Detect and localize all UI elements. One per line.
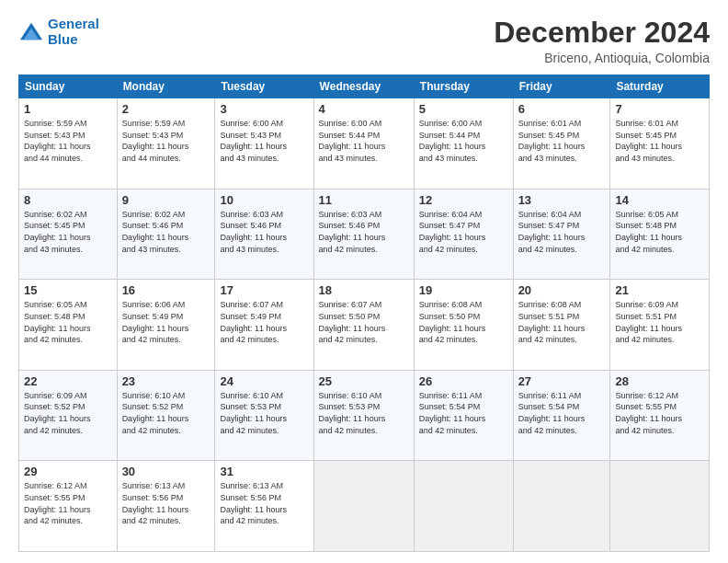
day-info: Sunrise: 6:00 AM Sunset: 5:43 PM Dayligh…: [220, 118, 308, 164]
day-number: 19: [419, 283, 508, 297]
day-number: 31: [220, 465, 308, 478]
calendar-week: 29Sunrise: 6:12 AM Sunset: 5:55 PM Dayli…: [19, 461, 710, 552]
day-number: 23: [122, 374, 210, 388]
logo: General Blue: [18, 17, 99, 47]
day-info: Sunrise: 6:01 AM Sunset: 5:45 PM Dayligh…: [615, 118, 704, 164]
day-info: Sunrise: 5:59 AM Sunset: 5:43 PM Dayligh…: [122, 118, 210, 164]
day-info: Sunrise: 6:03 AM Sunset: 5:46 PM Dayligh…: [220, 209, 308, 255]
day-number: 2: [122, 102, 210, 116]
table-row: 18Sunrise: 6:07 AM Sunset: 5:50 PM Dayli…: [313, 280, 414, 371]
calendar-week: 15Sunrise: 6:05 AM Sunset: 5:48 PM Dayli…: [19, 280, 710, 371]
table-row: 5Sunrise: 6:00 AM Sunset: 5:44 PM Daylig…: [414, 98, 513, 190]
calendar-week: 22Sunrise: 6:09 AM Sunset: 5:52 PM Dayli…: [19, 370, 710, 461]
day-number: 5: [419, 102, 508, 116]
table-row: 25Sunrise: 6:10 AM Sunset: 5:53 PM Dayli…: [313, 370, 414, 461]
day-info: Sunrise: 6:04 AM Sunset: 5:47 PM Dayligh…: [518, 209, 606, 255]
table-row: 13Sunrise: 6:04 AM Sunset: 5:47 PM Dayli…: [513, 189, 610, 280]
table-row: 22Sunrise: 6:09 AM Sunset: 5:52 PM Dayli…: [19, 370, 118, 461]
table-row: 21Sunrise: 6:09 AM Sunset: 5:51 PM Dayli…: [610, 280, 710, 371]
day-info: Sunrise: 6:02 AM Sunset: 5:46 PM Dayligh…: [122, 209, 210, 255]
day-number: 28: [615, 374, 704, 388]
table-row: [610, 461, 710, 552]
day-info: Sunrise: 6:11 AM Sunset: 5:54 PM Dayligh…: [419, 390, 508, 436]
day-info: Sunrise: 6:10 AM Sunset: 5:53 PM Dayligh…: [220, 390, 308, 436]
table-row: 14Sunrise: 6:05 AM Sunset: 5:48 PM Dayli…: [610, 189, 710, 280]
calendar-week: 1Sunrise: 5:59 AM Sunset: 5:43 PM Daylig…: [19, 98, 710, 190]
table-row: 12Sunrise: 6:04 AM Sunset: 5:47 PM Dayli…: [414, 189, 513, 280]
day-number: 16: [122, 283, 210, 297]
day-info: Sunrise: 6:04 AM Sunset: 5:47 PM Dayligh…: [419, 209, 508, 255]
table-row: 8Sunrise: 6:02 AM Sunset: 5:45 PM Daylig…: [19, 189, 118, 280]
day-info: Sunrise: 6:05 AM Sunset: 5:48 PM Dayligh…: [615, 209, 704, 255]
day-info: Sunrise: 6:06 AM Sunset: 5:49 PM Dayligh…: [122, 299, 210, 345]
day-number: 8: [24, 193, 112, 207]
day-info: Sunrise: 6:07 AM Sunset: 5:49 PM Dayligh…: [220, 299, 308, 345]
table-row: 4Sunrise: 6:00 AM Sunset: 5:44 PM Daylig…: [313, 98, 414, 190]
day-number: 13: [518, 193, 606, 207]
col-sunday: Sunday: [19, 75, 118, 98]
table-row: 26Sunrise: 6:11 AM Sunset: 5:54 PM Dayli…: [414, 370, 513, 461]
day-number: 30: [122, 465, 210, 478]
subtitle: Briceno, Antioquia, Colombia: [494, 51, 710, 65]
table-row: 3Sunrise: 6:00 AM Sunset: 5:43 PM Daylig…: [215, 98, 313, 190]
logo-icon: [18, 21, 44, 43]
day-number: 20: [518, 283, 606, 297]
day-info: Sunrise: 6:05 AM Sunset: 5:48 PM Dayligh…: [24, 299, 112, 345]
col-monday: Monday: [117, 75, 215, 98]
table-row: 11Sunrise: 6:03 AM Sunset: 5:46 PM Dayli…: [313, 189, 414, 280]
day-number: 11: [319, 193, 409, 207]
day-info: Sunrise: 5:59 AM Sunset: 5:43 PM Dayligh…: [24, 118, 112, 164]
day-info: Sunrise: 6:10 AM Sunset: 5:53 PM Dayligh…: [319, 390, 409, 436]
calendar-table: Sunday Monday Tuesday Wednesday Thursday…: [18, 75, 710, 552]
day-info: Sunrise: 6:01 AM Sunset: 5:45 PM Dayligh…: [518, 118, 606, 164]
day-number: 3: [220, 102, 308, 116]
col-tuesday: Tuesday: [215, 75, 313, 98]
col-thursday: Thursday: [414, 75, 513, 98]
table-row: 9Sunrise: 6:02 AM Sunset: 5:46 PM Daylig…: [117, 189, 215, 280]
day-number: 25: [319, 374, 409, 388]
day-number: 7: [615, 102, 704, 116]
day-number: 9: [122, 193, 210, 207]
day-number: 22: [24, 374, 112, 388]
table-row: 29Sunrise: 6:12 AM Sunset: 5:55 PM Dayli…: [19, 461, 118, 552]
day-number: 12: [419, 193, 508, 207]
day-info: Sunrise: 6:12 AM Sunset: 5:55 PM Dayligh…: [615, 390, 704, 436]
table-row: [414, 461, 513, 552]
col-wednesday: Wednesday: [313, 75, 414, 98]
day-info: Sunrise: 6:00 AM Sunset: 5:44 PM Dayligh…: [419, 118, 508, 164]
day-number: 15: [24, 283, 112, 297]
table-row: 1Sunrise: 5:59 AM Sunset: 5:43 PM Daylig…: [19, 98, 118, 190]
day-info: Sunrise: 6:00 AM Sunset: 5:44 PM Dayligh…: [319, 118, 409, 164]
day-info: Sunrise: 6:12 AM Sunset: 5:55 PM Dayligh…: [24, 480, 112, 526]
day-number: 17: [220, 283, 308, 297]
day-number: 27: [518, 374, 606, 388]
day-number: 26: [419, 374, 508, 388]
col-saturday: Saturday: [610, 75, 710, 98]
day-info: Sunrise: 6:02 AM Sunset: 5:45 PM Dayligh…: [24, 209, 112, 255]
day-info: Sunrise: 6:09 AM Sunset: 5:52 PM Dayligh…: [24, 390, 112, 436]
day-info: Sunrise: 6:08 AM Sunset: 5:51 PM Dayligh…: [518, 299, 606, 345]
table-row: 2Sunrise: 5:59 AM Sunset: 5:43 PM Daylig…: [117, 98, 215, 190]
calendar: Sunday Monday Tuesday Wednesday Thursday…: [18, 75, 710, 552]
table-row: [313, 461, 414, 552]
table-row: 31Sunrise: 6:13 AM Sunset: 5:56 PM Dayli…: [215, 461, 313, 552]
day-info: Sunrise: 6:10 AM Sunset: 5:52 PM Dayligh…: [122, 390, 210, 436]
table-row: 20Sunrise: 6:08 AM Sunset: 5:51 PM Dayli…: [513, 280, 610, 371]
day-info: Sunrise: 6:11 AM Sunset: 5:54 PM Dayligh…: [518, 390, 606, 436]
calendar-body: 1Sunrise: 5:59 AM Sunset: 5:43 PM Daylig…: [19, 98, 710, 552]
table-row: 6Sunrise: 6:01 AM Sunset: 5:45 PM Daylig…: [513, 98, 610, 190]
day-number: 6: [518, 102, 606, 116]
table-row: 19Sunrise: 6:08 AM Sunset: 5:50 PM Dayli…: [414, 280, 513, 371]
day-info: Sunrise: 6:09 AM Sunset: 5:51 PM Dayligh…: [615, 299, 704, 345]
table-row: 30Sunrise: 6:13 AM Sunset: 5:56 PM Dayli…: [117, 461, 215, 552]
table-row: 28Sunrise: 6:12 AM Sunset: 5:55 PM Dayli…: [610, 370, 710, 461]
day-number: 29: [24, 465, 112, 478]
col-friday: Friday: [513, 75, 610, 98]
header: General Blue December 2024 Briceno, Anti…: [18, 17, 710, 65]
table-row: 23Sunrise: 6:10 AM Sunset: 5:52 PM Dayli…: [117, 370, 215, 461]
day-number: 1: [24, 102, 112, 116]
day-number: 4: [319, 102, 409, 116]
header-row: Sunday Monday Tuesday Wednesday Thursday…: [19, 75, 710, 98]
table-row: 10Sunrise: 6:03 AM Sunset: 5:46 PM Dayli…: [215, 189, 313, 280]
table-row: 15Sunrise: 6:05 AM Sunset: 5:48 PM Dayli…: [19, 280, 118, 371]
